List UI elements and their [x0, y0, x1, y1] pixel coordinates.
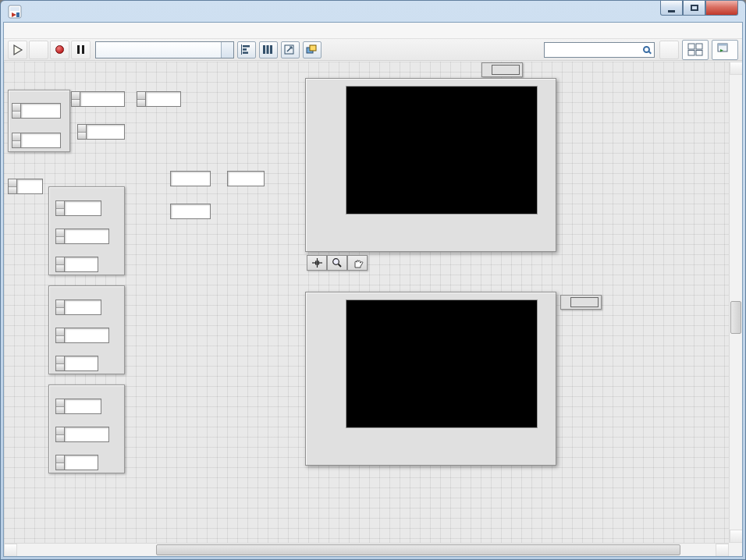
frequency-value[interactable] [64, 200, 101, 216]
ns-value[interactable] [20, 133, 61, 148]
decrement-button[interactable] [78, 132, 86, 140]
fs-value[interactable] [20, 103, 61, 119]
graph2-plot-legend[interactable] [560, 295, 602, 310]
tacho-threshold-control[interactable] [137, 91, 181, 107]
menu-operate[interactable] [59, 29, 71, 32]
increment-button[interactable] [56, 201, 64, 208]
increment-button[interactable] [56, 356, 64, 363]
increment-button[interactable] [56, 300, 64, 307]
minimize-button[interactable] [660, 1, 683, 16]
fs-control[interactable] [12, 103, 61, 119]
increment-button[interactable] [72, 92, 80, 99]
distribute-objects-button[interactable] [259, 41, 278, 58]
tones-value[interactable] [16, 179, 43, 194]
decrement-button[interactable] [137, 99, 145, 107]
chevron-down-icon[interactable] [221, 42, 233, 58]
front-panel[interactable] [4, 62, 729, 543]
decrement-button[interactable] [56, 236, 64, 244]
decrement-button[interactable] [12, 111, 20, 119]
menu-file[interactable] [9, 29, 21, 32]
decrement-button[interactable] [12, 140, 20, 148]
labview-windows-button[interactable] [712, 40, 738, 60]
resize-objects-button[interactable] [281, 41, 300, 58]
increment-button[interactable] [56, 455, 64, 463]
increment-button[interactable] [12, 104, 20, 111]
amplitude-control[interactable] [55, 328, 109, 343]
phase-value[interactable] [64, 257, 98, 272]
tacho-threshold-value[interactable] [145, 91, 181, 107]
decrement-button[interactable] [56, 363, 64, 371]
tacho-phase-control[interactable] [77, 124, 125, 140]
tile-windows-button[interactable] [682, 40, 709, 60]
amplitude-control[interactable] [55, 427, 109, 442]
increment-button[interactable] [12, 133, 20, 140]
frequency-value[interactable] [64, 299, 101, 315]
graph2-plot-area[interactable] [346, 299, 538, 428]
zoom-tool-button[interactable] [327, 255, 347, 271]
decrement-button[interactable] [56, 264, 64, 272]
increment-button[interactable] [56, 427, 64, 434]
align-objects-button[interactable] [237, 41, 256, 58]
increment-button[interactable] [56, 328, 64, 335]
noise-rms-control[interactable] [71, 91, 125, 107]
run-button[interactable] [8, 41, 27, 59]
scroll-up-button[interactable] [730, 62, 743, 75]
context-help-button[interactable] [659, 41, 679, 59]
amplitude-value[interactable] [64, 328, 109, 343]
increment-button[interactable] [56, 399, 64, 406]
title-bar[interactable] [3, 1, 743, 22]
number-of-pulses-value[interactable] [227, 171, 265, 186]
decrement-button[interactable] [56, 434, 64, 442]
menu-project[interactable] [46, 29, 59, 32]
cursor-tool-button[interactable] [307, 255, 327, 271]
menu-window[interactable] [83, 29, 96, 32]
increment-button[interactable] [137, 92, 145, 99]
decrement-button[interactable] [9, 186, 16, 194]
frequency-control[interactable] [55, 200, 101, 216]
scroll-down-button[interactable] [730, 530, 743, 543]
increment-button[interactable] [56, 229, 64, 236]
vertical-scrollbar-thumb[interactable] [730, 301, 741, 334]
num-samples-control[interactable] [12, 133, 61, 148]
menu-edit[interactable] [21, 29, 34, 32]
increment-button[interactable] [9, 179, 16, 186]
pan-tool-button[interactable] [347, 255, 368, 271]
search-input[interactable] [547, 44, 643, 56]
horizontal-scrollbar-thumb[interactable] [156, 544, 680, 555]
decrement-button[interactable] [56, 307, 64, 315]
run-continuous-button[interactable] [29, 41, 48, 59]
phase-control[interactable] [55, 356, 98, 371]
menu-help[interactable] [96, 29, 108, 32]
noise-rms-value[interactable] [80, 91, 125, 107]
decrement-button[interactable] [72, 99, 80, 107]
decrement-button[interactable] [56, 208, 64, 216]
horizontal-scrollbar-track[interactable] [17, 544, 716, 556]
min-samples-value[interactable] [170, 171, 211, 186]
frequency-control[interactable] [55, 399, 101, 414]
menu-view[interactable] [34, 29, 46, 32]
graph1-plot-area[interactable] [346, 86, 538, 214]
maximize-button[interactable] [683, 1, 705, 16]
phase-control[interactable] [55, 455, 98, 470]
font-selector[interactable] [95, 41, 234, 58]
vertical-scrollbar-track[interactable] [730, 75, 742, 530]
increment-button[interactable] [78, 125, 86, 132]
tacho-phase-value[interactable] [86, 124, 125, 140]
increment-button[interactable] [56, 257, 64, 264]
vertical-scrollbar[interactable] [729, 62, 742, 543]
graph1-plot-legend[interactable] [481, 62, 523, 77]
decrement-button[interactable] [56, 335, 64, 343]
amplitude-value[interactable] [64, 427, 109, 442]
abort-button[interactable] [50, 41, 69, 59]
frequency-control[interactable] [55, 299, 101, 315]
close-button[interactable] [705, 1, 738, 16]
scroll-left-button[interactable] [4, 544, 17, 557]
frequency-value[interactable] [64, 399, 101, 414]
tones-control[interactable] [8, 179, 43, 194]
amplitude-control[interactable] [55, 229, 109, 244]
phase-control[interactable] [55, 257, 98, 272]
max-samples-value[interactable] [170, 204, 211, 219]
amplitude-value[interactable] [64, 229, 109, 244]
search-box[interactable] [544, 42, 655, 58]
pause-button[interactable] [71, 41, 91, 59]
